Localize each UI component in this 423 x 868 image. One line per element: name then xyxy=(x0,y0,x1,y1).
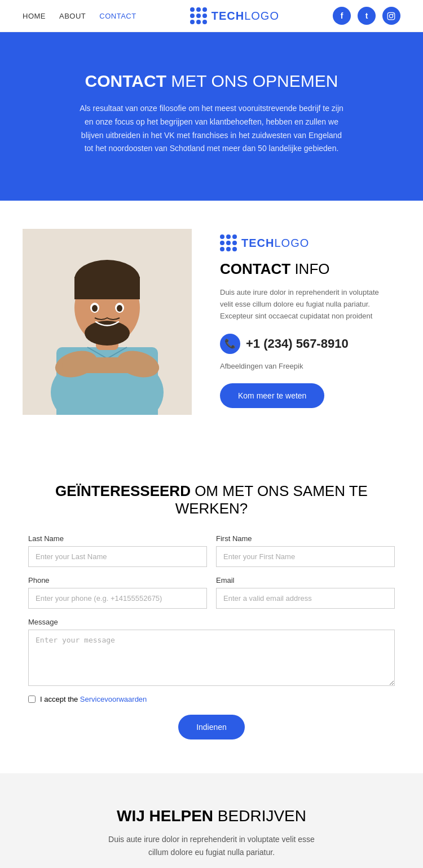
contact-logo: TECHLOGO xyxy=(220,234,384,251)
message-group: Message xyxy=(28,618,395,686)
terms-checkbox-row: I accept the Servicevoorwaarden xyxy=(28,695,395,703)
email-group: Email xyxy=(216,576,395,609)
last-name-label: Last Name xyxy=(28,534,207,543)
instagram-icon[interactable] xyxy=(382,7,400,25)
hero-section: CONTACT MET ONS OPNEMEN Als resultaat va… xyxy=(0,32,423,201)
facebook-icon[interactable]: f xyxy=(333,7,351,25)
terms-checkbox[interactable] xyxy=(28,696,36,703)
last-name-input[interactable] xyxy=(28,546,207,567)
checkbox-text: I accept the Servicevoorwaarden xyxy=(40,695,147,703)
first-name-input[interactable] xyxy=(216,546,395,567)
phone-input[interactable] xyxy=(28,588,207,609)
help-section: WIJ HELPEN BEDRIJVEN Duis aute irure dol… xyxy=(0,773,423,868)
phone-number: +1 (234) 567-8910 xyxy=(246,336,349,351)
terms-link[interactable]: Servicevoorwaarden xyxy=(80,695,147,703)
svg-point-16 xyxy=(117,305,122,312)
phone-row: 📞 +1 (234) 567-8910 xyxy=(220,334,384,354)
form-title: GEÏNTERESSEERD OM MET ONS SAMEN TE WERKE… xyxy=(28,482,395,517)
attribution: Afbeeldingen van Freepik xyxy=(220,361,384,373)
last-name-group: Last Name xyxy=(28,534,207,567)
navbar: HOME ABOUT CONTACT TECHLOGO f t xyxy=(0,0,423,32)
svg-rect-17 xyxy=(62,357,152,373)
contact-info-description: Duis aute irure dolor in reprehenderit i… xyxy=(220,287,384,322)
first-name-group: First Name xyxy=(216,534,395,567)
svg-rect-0 xyxy=(388,12,395,20)
email-input[interactable] xyxy=(216,588,395,609)
first-name-label: First Name xyxy=(216,534,395,543)
form-submit-area: Indienen xyxy=(28,715,395,739)
hero-description: Als resultaat van onze filosofie om het … xyxy=(76,102,347,156)
nav-links: HOME ABOUT CONTACT xyxy=(23,12,136,20)
contact-details: TECHLOGO CONTACT INFO Duis aute irure do… xyxy=(197,229,400,420)
help-description: Duis aute irure dolor in reprehenderit i… xyxy=(99,833,324,858)
form-section: GEÏNTERESSEERD OM MET ONS SAMEN TE WERKE… xyxy=(0,449,423,773)
person-photo xyxy=(23,229,192,415)
message-label: Message xyxy=(28,618,395,626)
hero-title: CONTACT MET ONS OPNEMEN xyxy=(45,72,378,91)
contact-row: Phone Email xyxy=(28,576,395,609)
help-title: WIJ HELPEN BEDRIJVEN xyxy=(23,807,400,825)
contact-logo-dots xyxy=(220,234,237,251)
contact-info-title: CONTACT INFO xyxy=(220,260,384,278)
logo-text: TECHLOGO xyxy=(211,10,279,23)
svg-point-1 xyxy=(390,14,393,17)
svg-point-12 xyxy=(85,321,130,346)
phone-icon: 📞 xyxy=(220,334,240,354)
submit-button[interactable]: Indienen xyxy=(178,715,245,739)
phone-label: Phone xyxy=(28,576,207,584)
contact-form: Last Name First Name Phone Email Message xyxy=(28,534,395,739)
phone-group: Phone xyxy=(28,576,207,609)
logo-dots-icon xyxy=(190,7,207,24)
email-label: Email xyxy=(216,576,395,584)
name-row: Last Name First Name xyxy=(28,534,395,567)
contact-info-section: TECHLOGO CONTACT INFO Duis aute irure do… xyxy=(0,201,423,449)
nav-home[interactable]: HOME xyxy=(23,12,46,20)
learn-more-button[interactable]: Kom meer te weten xyxy=(220,383,324,408)
contact-logo-text: TECHLOGO xyxy=(241,237,309,250)
social-icons: f t xyxy=(333,7,400,25)
svg-point-2 xyxy=(393,14,394,15)
message-input[interactable] xyxy=(28,630,395,686)
twitter-icon[interactable]: t xyxy=(358,7,376,25)
nav-logo: TECHLOGO xyxy=(190,7,279,24)
nav-about[interactable]: ABOUT xyxy=(59,12,86,20)
person-image xyxy=(23,229,197,420)
svg-rect-11 xyxy=(74,277,140,299)
nav-contact[interactable]: CONTACT xyxy=(99,12,136,20)
svg-point-15 xyxy=(92,305,98,312)
